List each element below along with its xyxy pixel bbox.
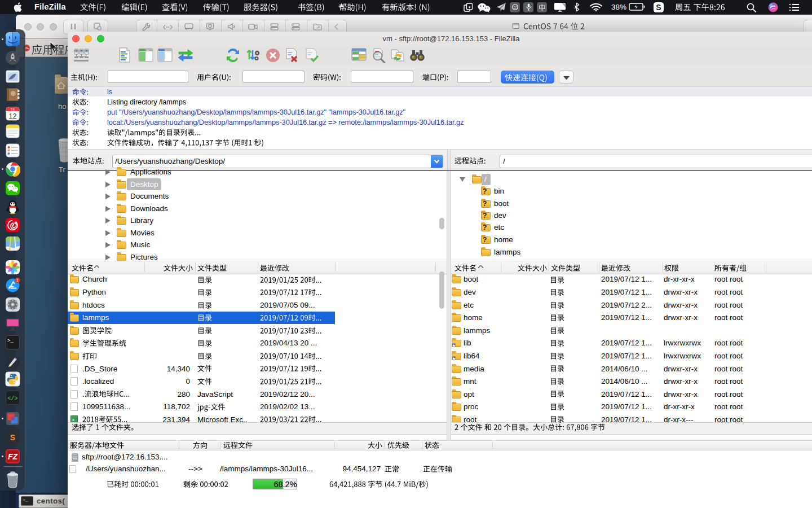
svg-text:12: 12 bbox=[9, 112, 17, 120]
svg-text:1: 1 bbox=[16, 278, 19, 282]
svg-text:</>: </> bbox=[7, 395, 17, 401]
svg-text:S: S bbox=[10, 433, 15, 442]
svg-text:S: S bbox=[656, 3, 661, 12]
svg-text:>_: >_ bbox=[7, 338, 14, 344]
svg-text:FZ: FZ bbox=[8, 452, 18, 461]
svg-text:7月: 7月 bbox=[11, 107, 15, 111]
